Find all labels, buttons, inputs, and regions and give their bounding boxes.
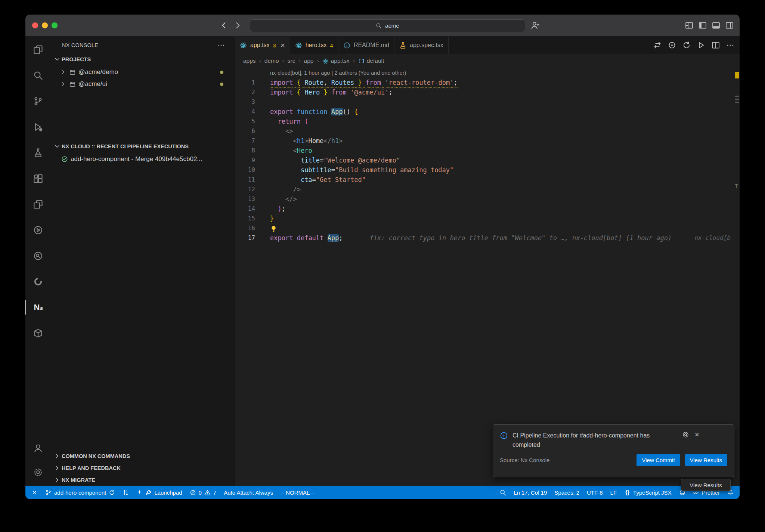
activity-item-nx-cloud[interactable] <box>25 269 51 294</box>
codelens[interactable]: nx-cloud[bot], 1 hour ago | 2 authors (Y… <box>235 68 740 78</box>
tab-hero-tsx[interactable]: hero.tsx4 <box>290 37 338 54</box>
status-problems[interactable]: 07 <box>186 486 220 499</box>
code-line-8: 8 <Hero <box>235 146 740 155</box>
breadcrumb-apps[interactable]: apps <box>243 58 256 64</box>
status-cursor-position[interactable]: Ln 17, Col 19 <box>510 486 551 499</box>
split-editor-icon[interactable] <box>712 41 720 49</box>
editor-group: app.tsx3×hero.tsx4README.mdapp.spec.tsx … <box>235 37 740 486</box>
status-bar: add-hero-componentLaunchpad07Auto Attach… <box>25 486 740 499</box>
status-language-mode[interactable]: {}TypeScript JSX <box>620 486 675 499</box>
settings-icon <box>33 467 43 477</box>
more-actions-icon[interactable] <box>726 41 734 49</box>
breadcrumb-app-tsx[interactable]: app.tsx <box>322 58 350 64</box>
notification-close-icon[interactable]: × <box>695 431 699 438</box>
toggle-secondary-sidebar-icon[interactable] <box>725 21 734 30</box>
tab-readme-md[interactable]: README.md <box>338 37 394 54</box>
lightbulb-icon[interactable] <box>270 225 277 232</box>
toggle-primary-sidebar-icon[interactable] <box>699 21 707 30</box>
extensions-icon <box>33 174 43 183</box>
status-auto-attach[interactable]: Auto Attach: Always <box>220 486 277 499</box>
activity-item-remote-explorer[interactable] <box>25 191 51 217</box>
view-commit-button[interactable]: View Commit <box>637 454 680 466</box>
activity-item-testing[interactable] <box>25 140 51 166</box>
nx-cloud-section-header[interactable]: NX CLOUD :: RECENT CI PIPELINE EXECUTION… <box>51 141 235 152</box>
run-file-icon[interactable] <box>697 41 705 49</box>
sidebar-more-actions-icon[interactable] <box>217 41 225 49</box>
activity-item-explorer[interactable] <box>25 37 51 62</box>
customize-layout-icon[interactable] <box>685 21 693 30</box>
status-git-compare[interactable] <box>119 486 133 499</box>
source-control-icon <box>33 96 43 106</box>
minimize-window-button[interactable] <box>42 22 48 28</box>
tab-app-tsx[interactable]: app.tsx3× <box>235 37 290 54</box>
command-center-text: acme <box>385 22 399 29</box>
activity-item-source-control[interactable] <box>25 88 51 114</box>
status-encoding[interactable]: UTF-8 <box>583 486 607 499</box>
remote-icon <box>31 489 38 496</box>
status-eol[interactable]: LF <box>607 486 621 499</box>
activity-item-run-and-debug[interactable] <box>25 114 51 140</box>
close-tab-icon[interactable]: × <box>281 41 285 49</box>
section-nx-migrate[interactable]: NX MIGRATE <box>51 474 235 486</box>
line-number: 12 <box>235 185 270 194</box>
code-editor[interactable]: nx-cloud[bot], 1 hour ago | 2 authors (Y… <box>235 68 740 486</box>
activity-item-extensions[interactable] <box>25 166 51 191</box>
status-git-branch[interactable]: add-hero-component <box>41 486 119 499</box>
breadcrumb-default[interactable]: default <box>358 58 384 64</box>
account-menu-icon[interactable] <box>530 21 540 30</box>
activity-item-dependencies[interactable] <box>25 320 51 346</box>
status-remote-indicator[interactable] <box>28 486 41 499</box>
status-zoom[interactable] <box>496 486 510 499</box>
nav-forward-icon[interactable] <box>234 21 242 30</box>
modified-dot <box>220 83 223 86</box>
sidebar-header: NX CONSOLE <box>51 37 235 54</box>
breadcrumb-src[interactable]: src <box>288 58 295 64</box>
notification-source: Source: Nx Console <box>500 457 549 463</box>
open-changes-icon[interactable] <box>653 41 662 49</box>
code-line-11: 11 cta="Get Started" <box>235 175 740 185</box>
activity-item-settings[interactable] <box>25 460 51 484</box>
tab-app-spec-tsx[interactable]: app.spec.tsx <box>394 37 449 54</box>
command-center[interactable]: acme <box>250 19 525 32</box>
notification-settings-icon[interactable] <box>682 431 689 438</box>
explorer-icon <box>33 45 43 55</box>
vscode-window: acme N≥ NX CONSOLE PROJECTS @acme/demo@a… <box>25 15 740 499</box>
pipeline-execution-item[interactable]: add-hero-component - Merge 409b44e5cb02.… <box>51 153 235 165</box>
chevron-down-icon <box>54 56 61 63</box>
project-item-acme-ui[interactable]: @acme/ui <box>51 78 235 90</box>
overview-ruler[interactable]: T <box>734 68 740 486</box>
minimap-glyph: T <box>735 183 738 189</box>
nav-back-icon[interactable] <box>220 21 228 30</box>
project-item-acme-demo[interactable]: @acme/demo <box>51 66 235 78</box>
projects-section-header[interactable]: PROJECTS <box>51 54 235 65</box>
code-line-13: 13 </> <box>235 194 740 204</box>
activity-item-nx-console[interactable]: N≥ <box>25 294 51 320</box>
breadcrumb-app[interactable]: app <box>304 58 314 64</box>
status-vim-mode[interactable]: -- NORMAL -- <box>277 486 319 499</box>
section-common-nx-commands[interactable]: COMMON NX COMMANDS <box>51 450 235 462</box>
line-number: 1 <box>235 78 270 87</box>
toggle-panel-icon[interactable] <box>712 21 720 30</box>
breadcrumb: apps›demo›src›app›app.tsx›default <box>235 54 740 68</box>
chevron-right-icon <box>60 81 66 87</box>
line-number: 16 <box>235 223 270 233</box>
activity-item-code-search[interactable] <box>25 243 51 269</box>
activity-item-search[interactable] <box>25 62 51 88</box>
chevron-right-icon <box>60 69 66 75</box>
rerun-task-icon[interactable] <box>682 41 691 49</box>
goto-symbol-icon[interactable] <box>668 41 676 49</box>
section-help-and-feedback[interactable]: HELP AND FEEDBACK <box>51 462 235 474</box>
activity-item-accounts[interactable] <box>25 436 51 460</box>
activity-item-run-targets[interactable] <box>25 217 51 243</box>
status-indentation[interactable]: Spaces: 2 <box>551 486 583 499</box>
breadcrumb-demo[interactable]: demo <box>264 58 279 64</box>
code-line-1: 1import { Route, Routes } from 'react-ro… <box>235 78 740 87</box>
code-line-15: 15} <box>235 214 740 223</box>
project-icon <box>69 69 76 75</box>
code-line-17: 17export default App;fix: correct typo i… <box>235 233 740 243</box>
status-launchpad[interactable]: Launchpad <box>133 486 186 499</box>
code-line-16: 16 <box>235 223 740 233</box>
view-results-button[interactable]: View Results <box>685 454 727 466</box>
zoom-window-button[interactable] <box>52 22 58 28</box>
close-window-button[interactable] <box>32 22 38 28</box>
